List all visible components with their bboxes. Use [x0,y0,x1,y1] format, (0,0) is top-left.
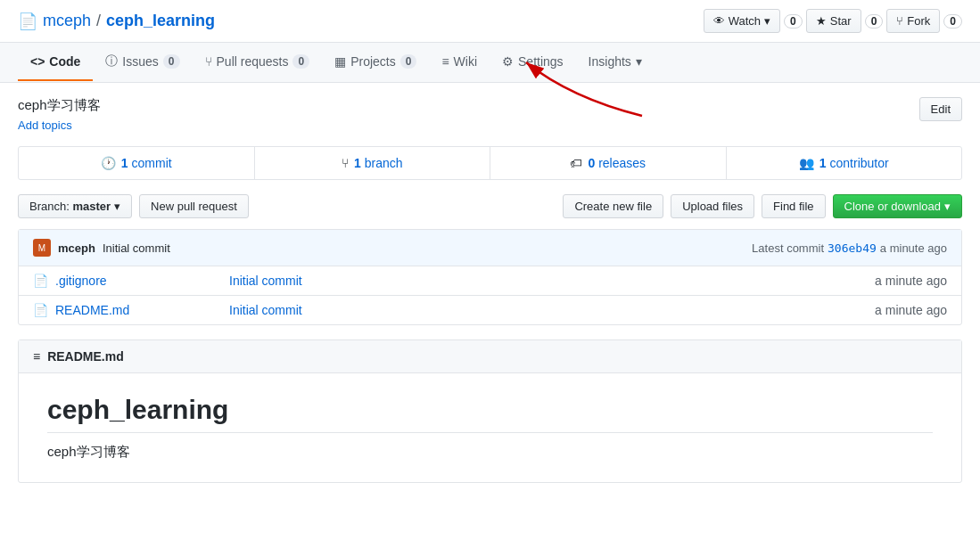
edit-button[interactable]: Edit [919,97,962,121]
find-file-button[interactable]: Find file [762,194,826,218]
pr-badge: 0 [292,54,309,69]
file-time: a minute ago [813,303,947,317]
stat-contributors[interactable]: 👥 1 contributor [727,147,962,179]
avatar: M [33,239,51,257]
tag-icon: 🏷 [570,156,582,170]
stat-branches[interactable]: ⑂ 1 branch [255,147,491,179]
file-link[interactable]: README.md [55,303,129,317]
commit-sha-link[interactable]: 306eb49 [828,241,877,255]
eye-icon: 👁 [713,14,725,28]
file-list-header: M mceph Initial commit Latest commit 306… [19,230,961,266]
toolbar-right: Create new file Upload files Find file C… [563,194,962,218]
file-name-col: 📄 README.md [33,303,229,317]
file-icon: 📄 [33,274,48,288]
commit-username[interactable]: mceph [58,241,95,255]
tab-issues[interactable]: ⓘ Issues 0 [93,43,192,82]
repo-header: 📄 mceph / ceph_learning 👁 Watch ▾ 0 ★ St… [0,0,980,43]
tab-wiki[interactable]: ≡ Wiki [429,44,490,81]
stats-bar: 🕐 1 commit ⑂ 1 branch 🏷 0 releases 👥 1 c… [18,146,962,180]
stat-releases[interactable]: 🏷 0 releases [490,147,727,179]
fork-button[interactable]: ⑂ Fork [886,9,940,33]
file-commit-link[interactable]: Initial commit [229,274,302,288]
file-commit-col: Initial commit [229,274,813,288]
add-topics-link[interactable]: Add topics [18,119,72,132]
tab-projects[interactable]: ▦ Projects 0 [322,44,429,81]
contributor-icon: 👥 [799,156,814,170]
repo-owner-link[interactable]: mceph [43,12,91,30]
repo-content: ceph学习博客 Add topics Edit 🕐 1 commit ⑂ 1 … [0,83,980,497]
commit-info: M mceph Initial commit [33,239,170,257]
projects-icon: ▦ [334,54,346,69]
fork-count: 0 [943,14,962,29]
nav-tabs: <> Code ⓘ Issues 0 ⑂ Pull requests 0 ▦ P… [0,43,980,83]
chevron-down-icon: ▾ [764,14,770,28]
tab-code[interactable]: <> Code [18,44,93,81]
clone-chevron-icon: ▾ [944,200,951,213]
gear-icon: ⚙ [502,54,514,69]
branch-label: Branch: master [29,200,111,213]
repo-description: ceph学习博客 [18,97,101,114]
watch-count: 0 [784,14,803,29]
create-new-file-button[interactable]: Create new file [563,194,663,218]
branch-selector[interactable]: Branch: master ▾ [18,194,132,218]
repo-actions: 👁 Watch ▾ 0 ★ Star 0 ⑂ Fork 0 [704,9,962,33]
pr-icon: ⑂ [205,54,212,69]
file-list: M mceph Initial commit Latest commit 306… [18,229,962,325]
readme-section: ≡ README.md ceph_learning ceph学习博客 [18,339,962,483]
repo-title: 📄 mceph / ceph_learning [18,12,215,31]
fork-icon: ⑂ [896,14,903,28]
star-count: 0 [865,14,884,29]
file-link[interactable]: .gitignore [55,274,107,288]
insights-chevron-icon: ▾ [636,54,642,69]
branch-icon: ⑂ [342,156,349,170]
toolbar-left: Branch: master ▾ New pull request [18,194,249,218]
file-time: a minute ago [813,274,947,288]
tab-settings[interactable]: ⚙ Settings [490,44,576,81]
repo-name-link[interactable]: ceph_learning [106,12,215,30]
watch-button[interactable]: 👁 Watch ▾ [704,9,780,33]
readme-title: ceph_learning [47,395,933,433]
table-row: 📄 .gitignore Initial commit a minute ago [19,266,961,296]
upload-files-button[interactable]: Upload files [671,194,754,218]
wiki-icon: ≡ [441,54,449,69]
issues-badge: 0 [163,54,180,69]
new-pull-request-button[interactable]: New pull request [139,194,249,218]
clone-or-download-button[interactable]: Clone or download ▾ [833,194,962,218]
table-row: 📄 README.md Initial commit a minute ago [19,296,961,324]
commit-icon: 🕐 [101,156,116,170]
latest-commit: Latest commit 306eb49 a minute ago [752,241,947,255]
file-commit-link[interactable]: Initial commit [229,303,302,317]
page-wrapper: 📄 mceph / ceph_learning 👁 Watch ▾ 0 ★ St… [0,0,980,548]
title-separator: / [96,12,101,30]
projects-badge: 0 [400,54,417,69]
repo-icon: 📄 [18,12,37,31]
commit-message: Initial commit [103,241,170,255]
star-icon: ★ [816,14,827,28]
file-name-col: 📄 .gitignore [33,274,229,288]
branch-chevron-icon: ▾ [114,200,120,213]
star-button[interactable]: ★ Star [806,9,861,33]
book-icon: ≡ [33,349,40,364]
file-commit-col: Initial commit [229,303,813,317]
readme-description: ceph学习博客 [47,444,933,461]
tab-insights[interactable]: Insights ▾ [576,44,655,81]
tab-pullrequests[interactable]: ⑂ Pull requests 0 [193,44,323,81]
toolbar: Branch: master ▾ New pull request Create… [18,194,962,218]
file-icon: 📄 [33,303,48,317]
stat-commits[interactable]: 🕐 1 commit [19,147,255,179]
issues-icon: ⓘ [105,53,118,70]
code-icon: <> [30,54,45,69]
readme-header: ≡ README.md [19,340,961,373]
readme-body: ceph_learning ceph学习博客 [19,373,961,482]
